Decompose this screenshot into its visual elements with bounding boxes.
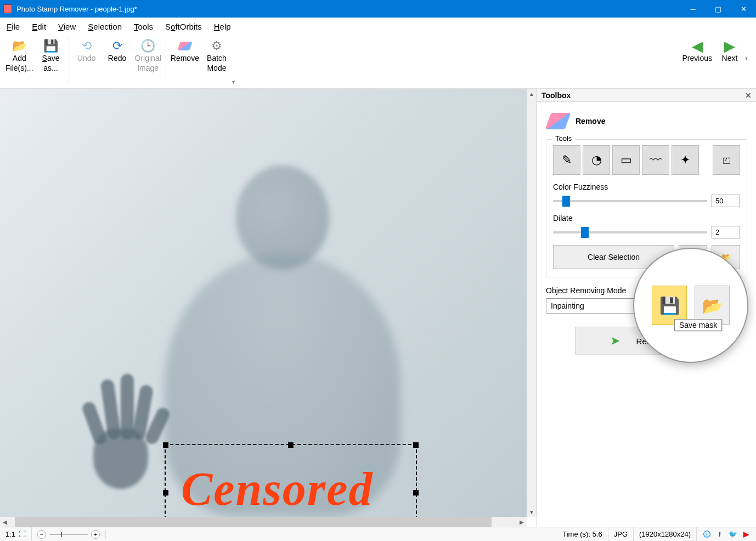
handle-nw[interactable] [163, 442, 168, 448]
add-files-button[interactable]: 📂 AddFile(s)... [3, 37, 36, 74]
save-mask-tooltip: Save mask [674, 319, 722, 331]
toolbox-header: Toolbox ✕ [537, 89, 756, 102]
undo-label: Undo [77, 54, 95, 64]
gear-icon: ⚙ [209, 38, 224, 54]
titlebar: Photo Stamp Remover - people-1.jpg* ─ ▢ … [0, 0, 756, 18]
info-icon[interactable]: ⓘ [702, 530, 711, 539]
color-fuzziness-slider[interactable] [553, 200, 707, 202]
fit-screen-icon[interactable]: ⛶ [19, 530, 26, 538]
toolbox-section-header: Remove [546, 110, 747, 139]
statusbar: 1:1 ⛶ − + Time (s): 5.6 JPG (1920x1280x2… [0, 527, 756, 541]
redo-label: Redo [108, 54, 126, 64]
original-image-button[interactable]: 🕒 OriginalImage [133, 37, 163, 74]
zoom-ratio[interactable]: 1:1 ⛶ [0, 527, 32, 541]
previous-button[interactable]: ◀ Previous [680, 37, 714, 65]
twitter-icon[interactable]: 🐦 [729, 530, 737, 539]
undo-icon: ⟲ [79, 38, 94, 54]
menu-softorbits[interactable]: SoftOrbits [163, 21, 204, 32]
zoom-control: − + [32, 530, 106, 539]
figure-head [236, 166, 329, 270]
save-as-button[interactable]: 💾 Saveas... [36, 37, 66, 74]
selection-rect[interactable] [165, 444, 417, 517]
batch-mode-button[interactable]: ⚙ BatchMode [201, 37, 232, 74]
figure-hand [71, 363, 176, 494]
batch-mode-label: BatchMode [207, 54, 227, 73]
toolbar-overflow-left[interactable]: ▾ [232, 79, 240, 85]
scroll-right-icon[interactable]: ▶ [517, 517, 527, 527]
window-title: Photo Stamp Remover - people-1.jpg* [16, 5, 680, 13]
dilate-label: Dilate [553, 214, 740, 223]
folder-open-icon: 📂 [12, 38, 27, 54]
redo-button[interactable]: ⟳ Redo [102, 37, 133, 65]
tools-group-label: Tools [552, 134, 575, 143]
freehand-select-tool[interactable]: ◔ [583, 145, 610, 175]
color-fuzziness-value[interactable] [712, 195, 740, 207]
status-dimensions: (1920x1280x24) [634, 527, 697, 541]
next-label: Next [722, 54, 738, 64]
image-canvas[interactable]: Censored [0, 89, 527, 517]
save-icon: 💾 [43, 38, 59, 54]
color-fuzziness-label: Color Fuzziness [553, 183, 740, 191]
menu-selection[interactable]: Selection [86, 21, 124, 32]
lasso-select-tool[interactable]: 〰 [642, 145, 669, 175]
undo-button[interactable]: ⟲ Undo [71, 37, 102, 65]
add-files-label: AddFile(s)... [5, 54, 33, 73]
save-as-label: Saveas... [42, 54, 60, 73]
toolbox-section-title: Remove [576, 117, 605, 126]
toolbox-panel: Toolbox ✕ Remove Tools ✎ ◔ ▭ 〰 ✦ ⏍ Color… [537, 89, 756, 527]
rectangle-select-tool[interactable]: ▭ [612, 145, 640, 175]
clock-icon: 🕒 [140, 38, 156, 54]
dilate-value[interactable] [712, 226, 740, 238]
menu-tools[interactable]: Tools [132, 21, 155, 32]
arrow-left-circle-icon: ◀ [690, 38, 705, 54]
handle-ne[interactable] [413, 442, 419, 448]
main-toolbar: 📂 AddFile(s)... 💾 Saveas... ⟲ Undo ⟳ Red… [0, 35, 756, 89]
pencil-marker-tool[interactable]: ✎ [553, 145, 580, 175]
toolbar-overflow-right[interactable]: ▾ [745, 55, 753, 61]
vertical-scrollbar[interactable]: ▲ ▼ [527, 89, 537, 517]
toolbox-title: Toolbox [541, 91, 571, 100]
arrow-right-icon: ➤ [610, 334, 620, 348]
dilate-slider[interactable] [553, 231, 707, 234]
remove-label: Remove [171, 54, 199, 64]
handle-e[interactable] [413, 490, 419, 496]
scroll-down-icon[interactable]: ▼ [527, 507, 537, 517]
menu-edit[interactable]: Edit [30, 21, 48, 32]
horizontal-scrollbar[interactable]: ◀ ▶ [0, 517, 527, 527]
magnifier-overlay: 💾 📂 [633, 248, 748, 363]
menu-file[interactable]: File [4, 21, 22, 32]
redo-icon: ⟳ [110, 38, 125, 54]
next-button[interactable]: ▶ Next [714, 37, 745, 65]
scroll-left-icon[interactable]: ◀ [0, 517, 10, 527]
eraser-large-icon [545, 113, 571, 129]
handle-n[interactable] [288, 442, 294, 448]
zoom-in-button[interactable]: + [91, 530, 100, 539]
minimize-button[interactable]: ─ [680, 0, 706, 18]
youtube-icon[interactable]: ▶ [742, 530, 751, 539]
scroll-up-icon[interactable]: ▲ [527, 89, 537, 99]
eraser-icon [177, 38, 193, 54]
previous-label: Previous [682, 54, 712, 64]
remove-button[interactable]: Remove [168, 37, 201, 65]
maximize-button[interactable]: ▢ [706, 0, 731, 18]
menu-view[interactable]: View [56, 21, 78, 32]
close-button[interactable]: ✕ [731, 0, 756, 18]
status-time: Time (s): 5.6 [557, 527, 608, 541]
facebook-icon[interactable]: f [715, 530, 724, 539]
zoom-out-button[interactable]: − [37, 530, 46, 539]
clone-stamp-tool[interactable]: ⏍ [713, 145, 740, 175]
handle-w[interactable] [163, 490, 168, 496]
app-icon [3, 4, 12, 13]
main-area: Censored ▲ ▼ ◀ ▶ Toolbox [0, 89, 756, 527]
canvas-wrap: Censored ▲ ▼ ◀ ▶ [0, 89, 537, 527]
menu-help[interactable]: Help [212, 21, 233, 32]
menubar: File Edit View Selection Tools SoftOrbit… [0, 18, 756, 35]
status-format: JPG [608, 527, 634, 541]
hscroll-thumb[interactable] [15, 517, 492, 527]
arrow-right-circle-icon: ▶ [722, 38, 737, 54]
zoom-slider[interactable] [49, 534, 88, 535]
original-image-label: OriginalImage [135, 54, 161, 73]
toolbox-close-icon[interactable]: ✕ [745, 91, 752, 100]
magic-wand-tool[interactable]: ✦ [672, 145, 699, 175]
